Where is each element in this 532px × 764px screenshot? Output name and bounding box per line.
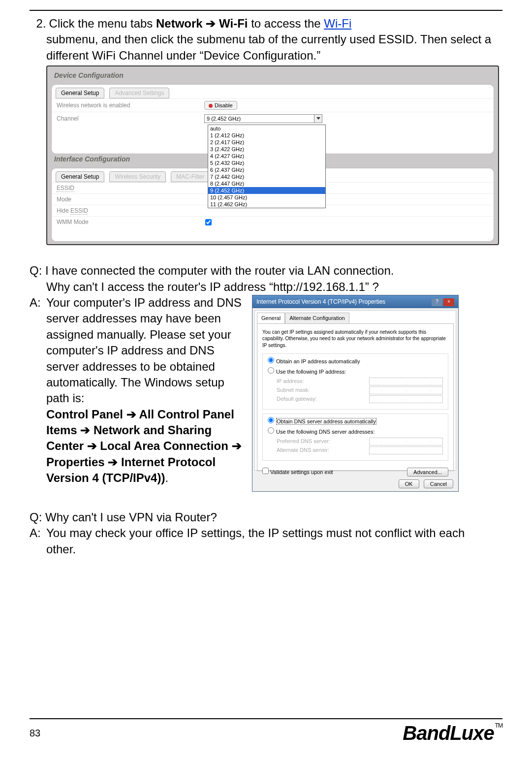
brand-logo: BandLuxeTM [403, 722, 502, 744]
channel-select[interactable]: 9 (2.452 GHz) [204, 114, 322, 123]
channel-option[interactable]: 4 (2.427 GHz) [208, 153, 325, 159]
dialog-tab-general[interactable]: General [257, 313, 285, 323]
q2-text: Why can't I use VPN via Router? [42, 510, 217, 524]
preferred-dns-label: Preferred DNS server: [277, 438, 330, 446]
step-continuation: submenu, and then click the submenu tab … [46, 32, 502, 64]
channel-option[interactable]: 7 (2.442 GHz) [208, 173, 325, 180]
channel-option[interactable]: 8 (2.447 GHz) [208, 180, 325, 187]
arrow-icon: ➔ [206, 17, 216, 30]
a1-path-bold: Control Panel ➔ All Control Panel Items … [46, 408, 242, 485]
a-prefix: A: [30, 295, 46, 311]
q1-line1: I have connected the computer with the r… [42, 264, 394, 277]
instruction-step-2: 2.Click the menu tabs Network ➔ Wi-Fi to… [30, 16, 502, 64]
channel-option[interactable]: 3 (2.422 GHz) [208, 146, 325, 153]
radio-obtain-ip-auto[interactable]: Obtain an IP address automatically [268, 357, 443, 365]
dialog-description: You can get IP settings assigned automat… [262, 329, 448, 349]
radio-use-following-ip[interactable]: Use the following IP address: [268, 367, 443, 376]
q1-line2: Why can't I access the router's IP addre… [46, 279, 502, 295]
channel-option[interactable]: 2 (2.417 GHz) [208, 139, 325, 146]
wifi-link[interactable]: Wi-Fi [324, 17, 351, 30]
dialog-title: Internet Protocol Version 4 (TCP/IPv4) P… [256, 298, 385, 306]
wmm-checkbox[interactable] [205, 219, 212, 225]
alternate-dns-field[interactable]: ... [369, 446, 443, 454]
a1-body-column: Your computer's IP address and DNS serve… [46, 295, 243, 486]
validate-checkbox[interactable]: Validate settings upon exit [262, 468, 333, 476]
step-number: 2. [30, 16, 46, 32]
dialog-tab-alternate[interactable]: Alternate Configuration [285, 313, 349, 323]
step-bold-network: Network [156, 17, 206, 30]
subnet-mask-label: Subnet mask: [277, 386, 310, 394]
interface-config-title: Interface Configuration [54, 155, 130, 163]
channel-option[interactable]: 11 (2.462 GHz) [208, 201, 325, 208]
subnet-mask-field[interactable]: ... [369, 386, 443, 394]
tab2-mac-filter[interactable]: MAC-Filter [171, 171, 210, 182]
ipv4-properties-dialog: Internet Protocol Version 4 (TCP/IPv4) P… [252, 295, 459, 492]
step-text-mid: to access the [248, 17, 324, 30]
hide-essid-label: Hide ESSID [57, 207, 204, 214]
help-icon[interactable]: ? [432, 298, 442, 306]
tab2-wireless-security[interactable]: Wireless Security [109, 171, 166, 182]
tab-general-setup[interactable]: General Setup [56, 88, 104, 98]
q2-prefix: Q: [30, 510, 42, 524]
ip-address-field[interactable]: ... [369, 378, 443, 385]
radio-use-following-dns[interactable]: Use the following DNS server addresses: [268, 427, 443, 436]
page-number: 83 [30, 728, 40, 739]
default-gateway-field[interactable]: ... [369, 395, 443, 403]
channel-option[interactable]: 6 (2.437 GHz) [208, 166, 325, 173]
advanced-button[interactable]: Advanced... [407, 468, 448, 477]
cancel-button[interactable]: Cancel [424, 479, 453, 488]
channel-label: Channel [57, 115, 204, 122]
channel-option-selected[interactable]: 9 (2.452 GHz) [208, 187, 325, 194]
radio-obtain-dns-auto[interactable]: Obtain DNS server address automatically [268, 417, 443, 425]
mode-label: Mode [57, 196, 204, 203]
a2-prefix: A: [30, 525, 46, 541]
disable-button[interactable]: Disable [204, 101, 237, 110]
dialog-titlebar: Internet Protocol Version 4 (TCP/IPv4) P… [252, 295, 458, 308]
ip-address-label: IP address: [277, 378, 304, 385]
a2-body: You may check your office IP settings, t… [46, 525, 469, 557]
top-rule [30, 10, 502, 11]
q-prefix: Q: [30, 264, 42, 277]
default-gateway-label: Default gateway: [277, 395, 317, 403]
ok-button[interactable]: OK [399, 479, 419, 488]
dialog-general-pane: You can get IP settings assigned automat… [257, 323, 454, 471]
tab-advanced-settings[interactable]: Advanced Settings [109, 88, 169, 98]
channel-option[interactable]: 10 (2.457 GHz) [208, 194, 325, 201]
channel-option[interactable]: 1 (2.412 GHz) [208, 132, 325, 139]
alternate-dns-label: Alternate DNS server: [277, 446, 329, 454]
chevron-down-icon [314, 115, 322, 123]
wireless-enabled-label: Wireless network is enabled [57, 102, 204, 109]
close-icon[interactable]: × [443, 298, 454, 306]
wmm-mode-label: WMM Mode [57, 219, 204, 225]
essid-label: ESSID [57, 185, 204, 191]
trademark-icon: TM [495, 722, 502, 729]
a1-period: . [165, 471, 168, 484]
page-footer: 83 BandLuxeTM [30, 718, 502, 744]
channel-option[interactable]: 5 (2.432 GHz) [208, 159, 325, 166]
disable-dot-icon [209, 104, 213, 108]
tab2-general-setup[interactable]: General Setup [56, 171, 104, 182]
channel-option[interactable]: auto [208, 125, 325, 132]
device-config-title: Device Configuration [54, 71, 124, 79]
preferred-dns-field[interactable]: ... [369, 438, 443, 446]
a1-body: Your computer's IP address and DNS serve… [46, 296, 242, 405]
qa-section-vpn: Q: Why can't I use VPN via Router? A: Yo… [30, 509, 502, 557]
step-bold-wifi: Wi-Fi [216, 17, 248, 30]
qa-section-lan: Q: I have connected the computer with th… [30, 263, 502, 492]
step-text-prefix: Click the menu tabs [49, 17, 156, 30]
channel-dropdown-list[interactable]: auto 1 (2.412 GHz) 2 (2.417 GHz) 3 (2.42… [208, 125, 326, 208]
router-screenshot: Device Configuration General SetupAdvanc… [46, 65, 499, 245]
